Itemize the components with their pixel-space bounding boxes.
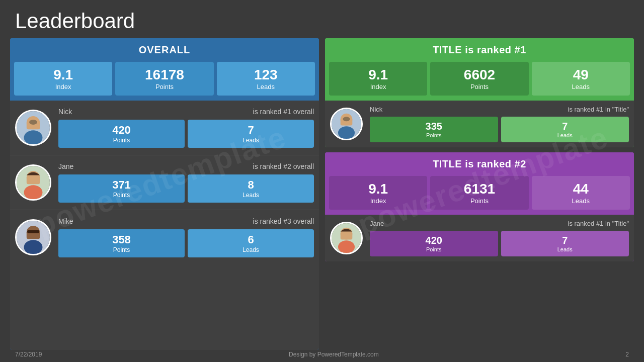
purple-person-info: Jane is ranked #1 in "Title" 420 Points … (370, 220, 629, 256)
green-person-stats: 335 Points 7 Leads (370, 117, 629, 142)
overall-index-label: Index (17, 83, 110, 90)
jane-leads-box: 8 Leads (188, 174, 314, 203)
green-person-name: Nick (370, 106, 382, 113)
person-stats-mike: 358 Points 6 Leads (58, 229, 314, 257)
jane-leads-value: 8 (190, 178, 311, 192)
person-name-rank-jane: Jane is ranked #2 overall (58, 162, 314, 170)
jane-points-box: 371 Points (58, 174, 185, 203)
purple-person-rank: is ranked #1 in "Title" (568, 220, 629, 227)
nick-leads-value: 7 (190, 124, 311, 137)
person-row-mike: Mike is ranked #3 overall 358 Points 6 L… (10, 210, 319, 264)
footer: 7/22/2019 Design by PoweredTemplate.com … (0, 347, 644, 362)
green-points-value: 6602 (433, 67, 526, 83)
purple-jane-leads-value: 7 (504, 235, 627, 246)
mike-points-value: 358 (61, 233, 182, 246)
svg-point-16 (338, 126, 355, 139)
svg-rect-13 (27, 230, 39, 233)
purple-name-label: Jane is ranked #1 in "Title" (370, 220, 629, 227)
green-nick-points-label: Points (372, 132, 496, 138)
green-nick-leads-box: 7 Leads (501, 117, 629, 142)
overall-leads-value: 123 (219, 67, 312, 83)
green-leads-box: 49 Leads (532, 62, 630, 96)
green-nick-leads-value: 7 (504, 121, 627, 132)
green-leads-label: Leads (534, 83, 627, 90)
avatar-mike (15, 219, 51, 255)
purple-index-value: 9.1 (332, 181, 425, 197)
mike-points-label: Points (61, 246, 182, 253)
purple-person-row: Jane is ranked #1 in "Title" 420 Points … (325, 215, 634, 261)
green-stats-row: 9.1 Index 6602 Points 49 Leads (325, 62, 634, 101)
overall-points-label: Points (118, 83, 211, 90)
person-rank-jane: is ranked #2 overall (253, 162, 314, 170)
person-row-jane: Jane is ranked #2 overall 371 Points 8 L… (10, 155, 319, 210)
green-nick-points-value: 335 (372, 121, 496, 132)
nick-points-box: 420 Points (58, 120, 185, 148)
green-points-box: 6602 Points (430, 62, 528, 96)
person-name-rank-mike: Mike is ranked #3 overall (58, 217, 314, 225)
svg-rect-22 (341, 232, 353, 240)
purple-leads-label: Leads (534, 197, 627, 205)
overall-header: OVERALL (10, 38, 319, 62)
green-nick-points-box: 335 Points (370, 117, 498, 142)
jane-points-label: Points (61, 192, 182, 199)
purple-jane-points-label: Points (372, 246, 496, 252)
green-leads-value: 49 (534, 67, 627, 83)
purple-leads-value: 44 (534, 181, 627, 197)
footer-date: 7/22/2019 (15, 351, 42, 358)
green-index-value: 9.1 (332, 67, 425, 83)
person-rank-nick: is ranked #1 overall (253, 108, 314, 116)
green-person-row: Nick is ranked #1 in "Title" 335 Points … (325, 101, 634, 147)
green-person-rank: is ranked #1 in "Title" (568, 106, 629, 113)
main-content: OVERALL 9.1 Index 16178 Points 123 Leads (0, 38, 644, 350)
footer-credit: Design by PoweredTemplate.com (289, 351, 379, 358)
purple-jane-leads-label: Leads (504, 246, 627, 252)
svg-point-7 (24, 185, 43, 199)
mike-points-box: 358 Points (58, 229, 185, 257)
overall-stats-row: 9.1 Index 16178 Points 123 Leads (10, 62, 319, 101)
green-index-box: 9.1 Index (329, 62, 427, 96)
green-points-label: Points (433, 83, 526, 90)
person-rows: Nick is ranked #1 overall 420 Points 7 L… (10, 101, 319, 350)
person-info-nick: Nick is ranked #1 overall 420 Points 7 L… (58, 108, 314, 148)
person-name-rank-nick: Nick is ranked #1 overall (58, 108, 314, 116)
svg-rect-8 (27, 176, 40, 185)
svg-rect-18 (343, 117, 350, 121)
avatar-green-nick (330, 108, 363, 140)
mike-leads-value: 6 (190, 233, 311, 246)
svg-point-11 (24, 240, 43, 254)
overall-leads-box: 123 Leads (217, 62, 315, 96)
purple-points-label: Points (433, 197, 526, 205)
left-panel: OVERALL 9.1 Index 16178 Points 123 Leads (10, 38, 319, 350)
jane-points-value: 371 (61, 178, 182, 192)
purple-person-name: Jane (370, 220, 384, 227)
purple-stats-row: 9.1 Index 6131 Points 44 Leads (325, 176, 634, 215)
avatar-jane (15, 164, 51, 201)
overall-points-box: 16178 Points (115, 62, 213, 96)
overall-index-value: 9.1 (17, 67, 110, 83)
purple-jane-leads-box: 7 Leads (501, 231, 629, 256)
avatar-nick (15, 110, 51, 146)
green-name-label: Nick is ranked #1 in "Title" (370, 106, 629, 113)
green-person-info: Nick is ranked #1 in "Title" 335 Points … (370, 106, 629, 142)
purple-index-box: 9.1 Index (329, 176, 427, 210)
purple-jane-points-box: 420 Points (370, 231, 498, 256)
mike-leads-box: 6 Leads (188, 229, 314, 257)
person-info-jane: Jane is ranked #2 overall 371 Points 8 L… (58, 162, 314, 203)
person-name-mike: Mike (58, 217, 73, 225)
nick-leads-label: Leads (190, 137, 311, 144)
avatar-purple-jane (330, 222, 363, 254)
person-name-nick: Nick (58, 108, 72, 116)
person-stats-nick: 420 Points 7 Leads (58, 120, 314, 148)
nick-points-value: 420 (61, 124, 182, 137)
green-rank-header: TITLE is ranked #1 (325, 38, 634, 62)
mike-leads-label: Leads (190, 246, 311, 253)
purple-points-box: 6131 Points (430, 176, 528, 210)
page-title: Leaderboard (0, 0, 644, 38)
purple-rank-section: TITLE is ranked #2 9.1 Index 6131 Points… (325, 152, 634, 261)
overall-index-box: 9.1 Index (14, 62, 112, 96)
jane-leads-label: Leads (190, 192, 311, 199)
person-row-nick: Nick is ranked #1 overall 420 Points 7 L… (10, 101, 319, 155)
green-rank-section: TITLE is ranked #1 9.1 Index 6602 Points… (325, 38, 634, 147)
green-nick-leads-label: Leads (504, 132, 627, 138)
svg-rect-4 (29, 120, 37, 125)
